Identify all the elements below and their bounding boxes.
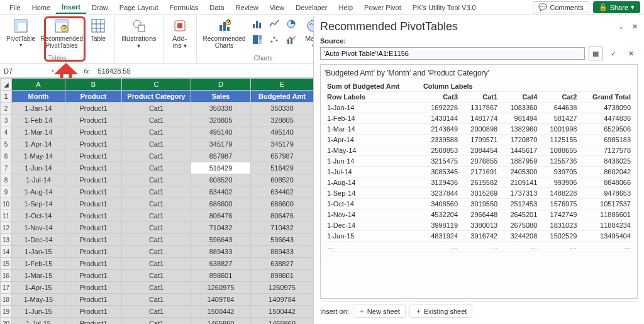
menu-draw[interactable]: Draw (86, 2, 114, 13)
cell[interactable]: 1-May-15 (12, 294, 65, 306)
chevron-down-icon[interactable]: ⌄ (618, 23, 624, 30)
cell[interactable]: 1-Feb-15 (12, 258, 65, 270)
cell[interactable]: 1-Jan-15 (12, 246, 65, 258)
menu-help[interactable]: Help (333, 2, 358, 13)
menu-review[interactable]: Review (230, 2, 264, 13)
cell[interactable]: 596643 (251, 234, 314, 246)
cell[interactable]: 1-Mar-14 (12, 126, 65, 138)
cell[interactable]: Product1 (65, 282, 122, 294)
cell[interactable]: Cat1 (122, 138, 191, 150)
comments-button[interactable]: 💬Comments (533, 1, 589, 13)
row-header[interactable]: 7 (1, 162, 12, 174)
cell[interactable]: 608520 (191, 174, 251, 186)
line-chart-button[interactable] (266, 18, 282, 33)
menu-file[interactable]: File (4, 2, 26, 13)
cell[interactable]: 898601 (191, 270, 251, 282)
treemap-chart-button[interactable] (249, 33, 265, 48)
source-input[interactable] (320, 47, 585, 60)
cell[interactable]: 1465860 (251, 318, 314, 325)
cell[interactable]: Cat1 (122, 234, 191, 246)
cell[interactable]: 634402 (191, 186, 251, 198)
menu-developer[interactable]: Developer (290, 2, 333, 13)
cell[interactable]: Cat1 (122, 306, 191, 318)
col-header-e[interactable]: E (251, 79, 314, 91)
row-header[interactable]: 18 (1, 294, 12, 306)
cell[interactable]: 686600 (191, 198, 251, 210)
cell[interactable]: Product1 (65, 198, 122, 210)
row-header[interactable]: 15 (1, 258, 12, 270)
row-header[interactable]: 4 (1, 126, 12, 138)
recommended-charts-button[interactable]: ? Recommended Charts (201, 16, 248, 50)
cell[interactable]: Cat1 (122, 150, 191, 162)
cell[interactable]: 328805 (191, 115, 251, 126)
cell[interactable]: 806476 (191, 210, 251, 222)
cell[interactable]: Cat1 (122, 174, 191, 186)
addins-button[interactable]: Add- ins ▾ (167, 16, 192, 50)
cell[interactable]: Cat1 (122, 282, 191, 294)
menu-formulas[interactable]: Formulas (164, 2, 204, 13)
row-header[interactable]: 16 (1, 270, 12, 282)
cell[interactable]: Product1 (65, 234, 122, 246)
confirm-button[interactable]: ✓ (606, 47, 620, 60)
cell[interactable]: Product1 (65, 186, 122, 198)
cell[interactable]: Cat1 (122, 210, 191, 222)
cell[interactable]: 1-Apr-15 (12, 282, 65, 294)
cell[interactable]: Cat1 (122, 103, 191, 115)
range-picker-button[interactable]: ▦ (589, 47, 602, 60)
cell[interactable]: 634402 (251, 186, 314, 198)
cell[interactable]: 516429 (191, 162, 251, 174)
cell[interactable]: 350338 (191, 103, 251, 115)
cell[interactable]: Cat1 (122, 222, 191, 234)
cell[interactable]: Product1 (65, 306, 122, 318)
cell[interactable]: 898601 (251, 270, 314, 282)
row-header[interactable]: 14 (1, 246, 12, 258)
cell[interactable]: 1-Oct-14 (12, 210, 65, 222)
row-header[interactable]: 19 (1, 306, 12, 318)
row-header[interactable]: 5 (1, 138, 12, 150)
fx-icon[interactable]: fx (77, 67, 96, 75)
combo-chart-button[interactable] (283, 33, 299, 48)
cell[interactable]: Cat1 (122, 258, 191, 270)
cell[interactable]: 710432 (191, 222, 251, 234)
row-header[interactable]: 17 (1, 282, 12, 294)
existing-sheet-button[interactable]: ＋Existing sheet (409, 304, 472, 318)
cell[interactable]: Cat1 (122, 246, 191, 258)
column-chart-button[interactable] (249, 18, 265, 33)
row-header[interactable]: 3 (1, 115, 12, 126)
cell[interactable]: 345179 (251, 138, 314, 150)
menu-insert[interactable]: Insert (56, 1, 86, 14)
menu-data[interactable]: Data (204, 2, 230, 13)
menu-powerpivot[interactable]: Power Pivot (358, 2, 407, 13)
row-header[interactable]: 6 (1, 150, 12, 162)
cell[interactable]: 889433 (251, 246, 314, 258)
cell[interactable]: Product1 (65, 210, 122, 222)
cell[interactable]: 806476 (251, 210, 314, 222)
cell[interactable]: 1-Jun-14 (12, 162, 65, 174)
cell[interactable]: Cat1 (122, 198, 191, 210)
cell[interactable]: Product1 (65, 103, 122, 115)
header-product[interactable]: Product (65, 91, 122, 103)
cell[interactable]: Product1 (65, 318, 122, 325)
menu-pagelayout[interactable]: Page Layout (114, 2, 164, 13)
row-header[interactable]: 12 (1, 222, 12, 234)
cell[interactable]: Cat1 (122, 318, 191, 325)
cell[interactable]: 328805 (251, 115, 314, 126)
cell[interactable]: 516429 (251, 162, 314, 174)
cell[interactable]: 596643 (191, 234, 251, 246)
cell[interactable]: 1409784 (251, 294, 314, 306)
row-header[interactable]: 13 (1, 234, 12, 246)
cell[interactable]: 1-May-14 (12, 150, 65, 162)
cell[interactable]: 1-Jan-14 (12, 103, 65, 115)
cell[interactable]: Cat1 (122, 270, 191, 282)
row-header[interactable]: 9 (1, 186, 12, 198)
cell[interactable]: 686600 (251, 198, 314, 210)
table-button[interactable]: Table (86, 16, 111, 43)
cell[interactable]: Product1 (65, 150, 122, 162)
cell[interactable]: Product1 (65, 258, 122, 270)
illustrations-button[interactable]: Illustrations▾ (119, 16, 159, 50)
cell[interactable]: Product1 (65, 222, 122, 234)
row-header[interactable]: 2 (1, 103, 12, 115)
cell[interactable]: 1260975 (191, 282, 251, 294)
cell[interactable]: 1500442 (191, 306, 251, 318)
worksheet[interactable]: ◢ A B C D E 1 Month Product Product Cate… (0, 78, 313, 324)
